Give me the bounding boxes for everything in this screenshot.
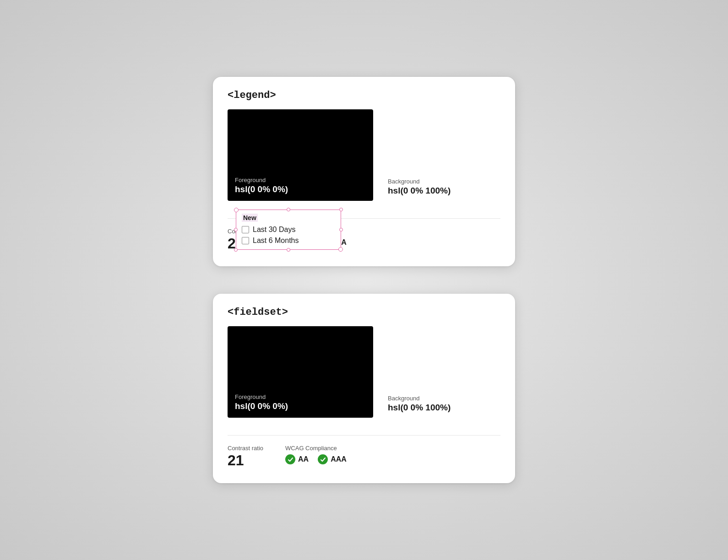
legend-foreground-label: Foreground [235, 177, 366, 183]
checkbox-last6[interactable] [242, 237, 249, 244]
fieldset-aa-check-circle [285, 454, 295, 464]
dropdown-item-label-0: Last 30 Days [253, 226, 295, 234]
fieldset-contrast-label: Contrast ratio [228, 445, 263, 452]
handle-top-right[interactable] [339, 208, 343, 211]
handle-bottom-left[interactable] [234, 248, 238, 252]
fieldset-aa-label: AA [298, 455, 309, 463]
dropdown-overlay: New Last 30 Days Last 6 Months [236, 210, 341, 250]
fieldset-aaa-label: AAA [331, 455, 347, 463]
legend-card-title: <legend> [228, 90, 500, 101]
fieldset-metrics-row: Contrast ratio 21 WCAG Compliance AA [228, 445, 500, 468]
fieldset-aaa-check-circle [318, 454, 328, 464]
check-icon-3 [288, 457, 293, 463]
dropdown-item-1[interactable]: Last 6 Months [242, 237, 335, 245]
handle-right-middle[interactable] [339, 228, 343, 232]
fieldset-card-title: <fieldset> [228, 307, 500, 318]
dropdown-legend-label: New [242, 214, 258, 222]
legend-foreground-value: hsl(0 0% 0%) [235, 184, 366, 194]
fieldset-contrast-value: 21 [228, 452, 263, 468]
fieldset-aaa-badge: AAA [318, 454, 347, 464]
fieldset-wcag-block: WCAG Compliance AA [285, 445, 347, 464]
fieldset-background-label: Background [388, 395, 451, 402]
fieldset-contrast-block: Contrast ratio 21 [228, 445, 263, 468]
fieldset-card: <fieldset> Foreground hsl(0 0% 0%) Backg… [213, 294, 515, 483]
fieldset-color-preview: Foreground hsl(0 0% 0%) [228, 326, 373, 418]
dropdown-item-label-1: Last 6 Months [253, 237, 299, 245]
checkbox-last30[interactable] [242, 226, 249, 233]
fieldset-wcag-label: WCAG Compliance [285, 445, 347, 452]
fieldset-foreground-label: Foreground [235, 393, 366, 400]
handle-bottom-middle[interactable] [287, 248, 290, 252]
fieldset-background-section: Background hsl(0 0% 100%) [388, 326, 451, 413]
fieldset-divider [228, 435, 500, 436]
check-icon-4 [320, 457, 326, 463]
fieldset-background-value: hsl(0 0% 100%) [388, 403, 451, 413]
handle-top-middle[interactable] [287, 208, 290, 211]
legend-color-preview: Foreground hsl(0 0% 0%) [228, 109, 373, 201]
handle-left-middle[interactable] [234, 228, 238, 232]
dropdown-selection-box[interactable]: New Last 30 Days Last 6 Months [236, 210, 341, 250]
legend-background-value: hsl(0 0% 100%) [388, 186, 451, 196]
legend-background-label: Background [388, 178, 451, 185]
legend-background-section: Background hsl(0 0% 100%) [388, 109, 451, 196]
fieldset-wcag-badges: AA AAA [285, 454, 347, 464]
dropdown-item-0[interactable]: Last 30 Days [242, 226, 335, 234]
page-container: <legend> Foreground hsl(0 0% 0%) Backgro… [213, 49, 515, 511]
fieldset-foreground-value: hsl(0 0% 0%) [235, 401, 366, 411]
fieldset-aa-badge: AA [285, 454, 309, 464]
